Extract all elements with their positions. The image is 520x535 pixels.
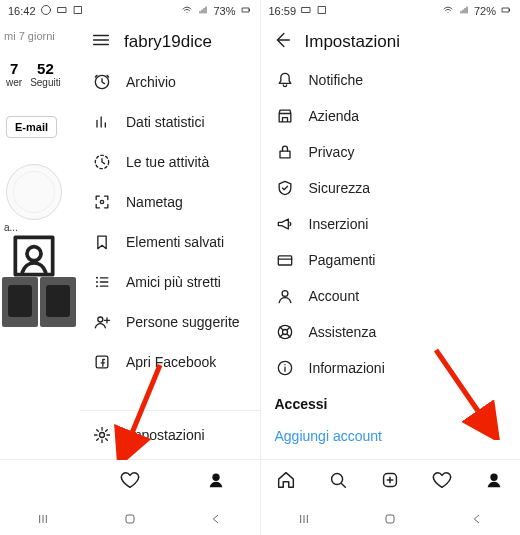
profile-icon[interactable] xyxy=(205,469,227,495)
menu-activity[interactable]: Le tue attività xyxy=(80,142,260,182)
sys-back[interactable] xyxy=(468,510,486,528)
card-icon xyxy=(275,250,295,270)
add-person-icon xyxy=(92,312,112,332)
add-post-icon[interactable] xyxy=(379,469,401,495)
menu-suggested[interactable]: Persone suggerite xyxy=(80,302,260,342)
svg-point-13 xyxy=(98,317,103,322)
svg-rect-20 xyxy=(503,8,510,12)
side-menu: fabry19dice Archivio Dati statistici Le … xyxy=(80,22,260,459)
menu-nametag[interactable]: Nametag xyxy=(80,182,260,222)
tagged-tab-icon[interactable] xyxy=(6,241,62,271)
storefront-icon xyxy=(275,106,295,126)
svg-point-10 xyxy=(96,277,98,279)
svg-point-26 xyxy=(282,330,287,335)
status-time: 16:59 xyxy=(269,5,297,17)
gear-icon xyxy=(92,425,112,445)
heart-icon[interactable] xyxy=(119,469,141,495)
svg-rect-17 xyxy=(126,515,134,523)
status-bar: 16:42 73% xyxy=(0,0,260,22)
image-icon xyxy=(72,4,84,18)
battery-icon xyxy=(240,4,252,18)
settings-ads[interactable]: Inserzioni xyxy=(261,206,521,242)
svg-point-24 xyxy=(282,291,288,297)
settings-about[interactable]: Informazioni xyxy=(261,350,521,386)
menu-closefriends[interactable]: Amici più stretti xyxy=(80,262,260,302)
search-icon[interactable] xyxy=(327,469,349,495)
sys-home[interactable] xyxy=(381,510,399,528)
phone-right: 16:59 72% Impostazioni Notifiche xyxy=(261,0,521,535)
sys-back[interactable] xyxy=(207,510,225,528)
menu-facebook[interactable]: Apri Facebook xyxy=(80,342,260,382)
post-thumb[interactable] xyxy=(40,277,76,327)
svg-point-15 xyxy=(100,433,105,438)
email-button[interactable]: E-mail xyxy=(6,116,57,138)
settings-help[interactable]: Assistenza xyxy=(261,314,521,350)
profile-sliver: mi 7 giorni 7 wer 52 Seguiti E-mail xyxy=(0,22,80,459)
wifi-icon xyxy=(181,4,193,18)
settings-notifications[interactable]: Notifiche xyxy=(261,62,521,98)
envelope-icon xyxy=(56,4,68,18)
svg-point-12 xyxy=(96,285,98,287)
signal-icon xyxy=(458,4,470,18)
heart-icon[interactable] xyxy=(431,469,453,495)
sys-home[interactable] xyxy=(121,510,139,528)
info-icon xyxy=(275,358,295,378)
stat-followers[interactable]: 7 wer xyxy=(6,60,22,88)
menu-settings[interactable]: Impostazioni xyxy=(80,411,260,459)
svg-rect-4 xyxy=(249,9,250,11)
whatsapp-icon xyxy=(40,4,52,18)
svg-point-28 xyxy=(332,473,343,484)
bell-icon xyxy=(275,70,295,90)
link-add-account[interactable]: Aggiungi account xyxy=(261,418,521,454)
svg-rect-1 xyxy=(58,8,66,13)
story-avatar[interactable] xyxy=(6,164,62,220)
svg-rect-3 xyxy=(242,8,249,12)
settings-account[interactable]: Account xyxy=(261,278,521,314)
battery-pct: 72% xyxy=(474,5,496,17)
section-logins: Accessi xyxy=(261,386,521,418)
system-nav xyxy=(0,503,260,535)
hamburger-icon[interactable] xyxy=(90,29,112,55)
svg-point-6 xyxy=(27,247,41,261)
menu-archive[interactable]: Archivio xyxy=(80,62,260,102)
menu-saved[interactable]: Elementi salvati xyxy=(80,222,260,262)
edge-text: mi 7 giorni xyxy=(0,22,80,42)
settings-privacy[interactable]: Privacy xyxy=(261,134,521,170)
lock-icon xyxy=(275,142,295,162)
stat-following[interactable]: 52 Seguiti xyxy=(30,60,61,88)
page-title: Impostazioni xyxy=(305,32,400,52)
username-title[interactable]: fabry19dice xyxy=(124,32,212,52)
settings-business[interactable]: Azienda xyxy=(261,98,521,134)
archive-icon xyxy=(92,72,112,92)
signal-icon xyxy=(197,4,209,18)
settings-payments[interactable]: Pagamenti xyxy=(261,242,521,278)
shield-icon xyxy=(275,178,295,198)
svg-point-9 xyxy=(100,200,103,203)
menu-stats[interactable]: Dati statistici xyxy=(80,102,260,142)
facebook-icon xyxy=(92,352,112,372)
svg-point-11 xyxy=(96,281,98,283)
wifi-icon xyxy=(442,4,454,18)
svg-rect-23 xyxy=(278,256,291,265)
svg-rect-2 xyxy=(74,7,81,14)
settings-security[interactable]: Sicurezza xyxy=(261,170,521,206)
sys-recent[interactable] xyxy=(295,510,313,528)
status-bar: 16:59 72% xyxy=(261,0,521,22)
nametag-icon xyxy=(92,192,112,212)
status-time: 16:42 xyxy=(8,5,36,17)
profile-icon[interactable] xyxy=(483,469,505,495)
bottom-nav xyxy=(261,459,521,503)
post-thumb[interactable] xyxy=(2,277,38,327)
battery-pct: 73% xyxy=(213,5,235,17)
svg-rect-19 xyxy=(319,7,326,14)
svg-point-0 xyxy=(41,6,50,15)
svg-rect-31 xyxy=(386,515,394,523)
svg-rect-5 xyxy=(15,237,52,274)
image-icon xyxy=(316,4,328,18)
back-arrow-icon[interactable] xyxy=(271,29,293,55)
sys-recent[interactable] xyxy=(34,510,52,528)
svg-rect-22 xyxy=(280,151,290,158)
list-icon xyxy=(92,272,112,292)
home-icon[interactable] xyxy=(275,469,297,495)
megaphone-icon xyxy=(275,214,295,234)
